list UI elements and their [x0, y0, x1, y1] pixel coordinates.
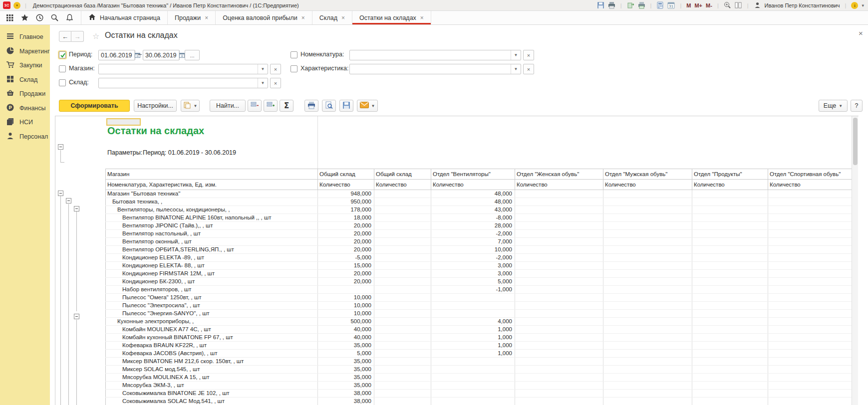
- report-cell[interactable]: [374, 390, 431, 398]
- report-cell[interactable]: 38,000: [318, 390, 374, 398]
- tab-0[interactable]: Начальная страница: [81, 11, 168, 24]
- chevron-down-icon[interactable]: ▼: [258, 78, 268, 88]
- report-cell[interactable]: [374, 246, 431, 254]
- measure-header-2[interactable]: Количество: [431, 180, 515, 190]
- report-row-name[interactable]: Кондиционер БК-2300, , шт: [106, 278, 318, 286]
- report-cell[interactable]: [692, 238, 768, 246]
- report-cell[interactable]: [515, 334, 603, 342]
- report-cell[interactable]: [768, 350, 852, 358]
- report-cell[interactable]: [692, 310, 768, 318]
- chevron-down-icon[interactable]: ▼: [511, 64, 521, 74]
- chevron-down-icon[interactable]: ▾: [862, 3, 864, 8]
- report-cell[interactable]: 35,000: [318, 358, 374, 366]
- report-cell[interactable]: [768, 390, 852, 398]
- report-cell[interactable]: [692, 382, 768, 390]
- store-clear-button[interactable]: ×: [270, 64, 281, 74]
- report-cell[interactable]: [692, 230, 768, 238]
- mail-button[interactable]: ▼: [357, 100, 378, 112]
- report-cell[interactable]: 35,000: [318, 366, 374, 374]
- report-cell[interactable]: 7,000: [431, 238, 515, 246]
- report-cell[interactable]: 178,000: [318, 206, 374, 214]
- warehouse-combobox[interactable]: ▼: [98, 78, 268, 88]
- collapse-group-button[interactable]: [74, 206, 79, 211]
- save-button[interactable]: [339, 100, 353, 112]
- more-button[interactable]: Еще▼: [819, 100, 848, 112]
- report-row-name[interactable]: Соковыжималка BINATONE JE 102, , шт: [106, 390, 318, 398]
- report-cell[interactable]: [515, 230, 603, 238]
- report-cell[interactable]: [374, 198, 431, 206]
- report-cell[interactable]: [603, 318, 692, 326]
- measure-header-3[interactable]: Количество: [515, 180, 603, 190]
- report-row-name[interactable]: Кухонные электроприборы, ,: [106, 318, 318, 326]
- report-cell[interactable]: [603, 190, 692, 198]
- report-cell[interactable]: [374, 342, 431, 350]
- report-cell[interactable]: [515, 246, 603, 254]
- report-cell[interactable]: 20,000: [318, 230, 374, 238]
- report-cell[interactable]: [603, 382, 692, 390]
- report-cell[interactable]: [515, 270, 603, 278]
- report-cell[interactable]: [374, 254, 431, 262]
- tab-2[interactable]: Оценка валовой прибыли×: [216, 11, 312, 24]
- report-cell[interactable]: [603, 358, 692, 366]
- back-button[interactable]: ←: [59, 31, 71, 42]
- report-cell[interactable]: [374, 222, 431, 230]
- chevron-down-icon[interactable]: ▼: [258, 64, 268, 74]
- report-cell[interactable]: [515, 390, 603, 398]
- sidebar-item-3[interactable]: Склад: [0, 73, 50, 87]
- report-cell[interactable]: [515, 318, 603, 326]
- report-cell[interactable]: [431, 366, 515, 374]
- report-cell[interactable]: [768, 326, 852, 334]
- report-cell[interactable]: [603, 302, 692, 310]
- report-cell[interactable]: 948,000: [318, 190, 374, 198]
- report-cell[interactable]: [692, 262, 768, 270]
- report-cell[interactable]: 28,000: [431, 222, 515, 230]
- report-cell[interactable]: 4,000: [431, 318, 515, 326]
- print-preview-button[interactable]: [322, 100, 336, 112]
- titlebar-calendar-icon[interactable]: 31: [667, 1, 675, 9]
- report-cell[interactable]: 1,000: [431, 334, 515, 342]
- report-row-name[interactable]: Пылесос "Энергия-SANYO", , шт: [106, 310, 318, 318]
- report-cell[interactable]: [603, 286, 692, 294]
- sidebar-item-1[interactable]: Маркетинг: [0, 44, 50, 59]
- titlebar-zoom-icon[interactable]: [724, 1, 731, 9]
- report-cell[interactable]: 1,000: [431, 342, 515, 350]
- measure-header-5[interactable]: Количество: [692, 180, 768, 190]
- tab-close-icon[interactable]: ×: [205, 14, 208, 21]
- column-header-6[interactable]: Отдел "Спортивная обувь": [768, 169, 852, 180]
- forward-button[interactable]: →: [71, 31, 84, 42]
- report-cell[interactable]: [515, 374, 603, 382]
- report-cell[interactable]: [768, 190, 852, 198]
- report-row-name[interactable]: Мясорубка ЭКМ-3, , шт: [106, 382, 318, 390]
- report-row-name[interactable]: Кофеварка JACOBS (Австрия), , шт: [106, 350, 318, 358]
- main-menu-icon[interactable]: ▾: [13, 2, 20, 9]
- report-cell[interactable]: [768, 254, 852, 262]
- report-cell[interactable]: [692, 358, 768, 366]
- report-cell[interactable]: 10,000: [318, 310, 374, 318]
- report-cell[interactable]: [515, 342, 603, 350]
- report-cell[interactable]: [515, 358, 603, 366]
- report-cell[interactable]: [603, 374, 692, 382]
- report-cell[interactable]: [603, 366, 692, 374]
- measure-header-0[interactable]: Количество: [318, 180, 374, 190]
- column-header-2[interactable]: Отдел "Вентиляторы": [431, 169, 515, 180]
- report-cell[interactable]: [692, 254, 768, 262]
- nomenclature-checkbox[interactable]: [290, 51, 297, 58]
- sidebar-item-0[interactable]: Главное: [0, 30, 50, 44]
- report-cell[interactable]: 3,000: [431, 262, 515, 270]
- report-cell[interactable]: [431, 382, 515, 390]
- titlebar-save-icon[interactable]: [597, 1, 604, 9]
- report-cell[interactable]: 1,000: [431, 326, 515, 334]
- report-row-name[interactable]: Вентиляторы, пылесосы, кондиционеры, ,: [106, 206, 318, 214]
- report-cell[interactable]: 20,000: [318, 270, 374, 278]
- sidebar-item-7[interactable]: Персонал: [0, 130, 50, 144]
- report-row-name[interactable]: Бытовая техника, ,: [106, 198, 318, 206]
- tab-1[interactable]: Продажи×: [168, 11, 216, 24]
- report-cell[interactable]: [603, 334, 692, 342]
- report-cell[interactable]: [768, 374, 852, 382]
- generate-button[interactable]: Сформировать: [59, 100, 130, 112]
- report-variants-button[interactable]: ▼: [181, 100, 200, 112]
- report-cell[interactable]: [692, 326, 768, 334]
- report-cell[interactable]: [374, 270, 431, 278]
- notifications-button[interactable]: [63, 12, 76, 24]
- report-cell[interactable]: [515, 326, 603, 334]
